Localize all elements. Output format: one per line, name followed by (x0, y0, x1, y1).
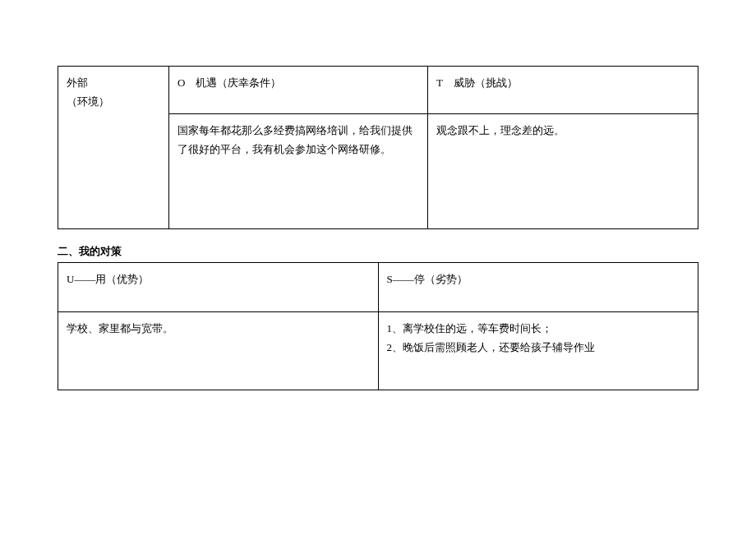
external-row-header: 外部 （环境） (58, 67, 169, 229)
stop-weakness-line2: 2、晚饭后需照顾老人，还要给孩子辅导作业 (387, 341, 596, 353)
opportunity-header: O 机遇（庆幸条件） (169, 67, 428, 114)
strategy-table: U——用（优势） S——停（劣势） 学校、家里都与宽带。 1、离学校住的远，等车… (58, 262, 698, 390)
swot-external-table: 外部 （环境） O 机遇（庆幸条件） T 威胁（挑战） 国家每年都花那么多经费搞… (58, 66, 698, 229)
threat-header: T 威胁（挑战） (428, 67, 698, 114)
stop-weakness-line1: 1、离学校住的远，等车费时间长； (387, 322, 553, 334)
external-label-line2: （环境） (67, 95, 109, 108)
threat-content: 观念跟不上，理念差的远。 (428, 114, 698, 229)
stop-weakness-content: 1、离学校住的远，等车费时间长； 2、晚饭后需照顾老人，还要给孩子辅导作业 (378, 312, 698, 390)
stop-weakness-header: S——停（劣势） (378, 263, 698, 312)
opportunity-content: 国家每年都花那么多经费搞网络培训，给我们提供了很好的平台，我有机会参加这个网络研… (169, 114, 428, 229)
use-strength-content: 学校、家里都与宽带。 (58, 312, 379, 390)
external-label-line1: 外部 (67, 76, 88, 89)
use-strength-header: U——用（优势） (58, 263, 379, 312)
section-2-title: 二、我的对策 (58, 244, 698, 259)
